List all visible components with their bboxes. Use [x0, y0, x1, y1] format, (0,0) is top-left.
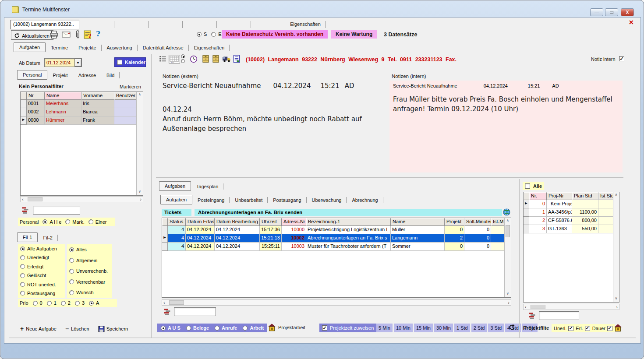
- projects-table-hscrollbar[interactable]: [523, 304, 619, 310]
- projects-search-input[interactable]: [539, 311, 579, 320]
- document-icon[interactable]: [233, 55, 240, 63]
- prio-option[interactable]: 2: [61, 300, 71, 306]
- col-erfasst[interactable]: Datum Erfass: [186, 218, 215, 226]
- tasks-tab2[interactable]: Posteingang: [192, 196, 230, 204]
- eigenschaften-slot[interactable]: Eigenschaften: [285, 20, 326, 29]
- reload-icon[interactable]: [509, 324, 515, 331]
- notes-tasks-divider[interactable]: [156, 177, 623, 178]
- col-bearbeitet[interactable]: Datum Bearbeitung: [215, 218, 260, 226]
- radio-s[interactable]: S: [197, 32, 207, 37]
- close-button[interactable]: X: [621, 8, 634, 16]
- records-icon[interactable]: [21, 207, 29, 215]
- prio-option[interactable]: 1: [47, 300, 57, 306]
- time-button[interactable]: 15 Min: [414, 324, 433, 332]
- col-vorname[interactable]: Vorname: [81, 92, 114, 100]
- notes-question-icon[interactable]: ?: [84, 30, 92, 39]
- col-status[interactable]: Status: [168, 218, 186, 226]
- new-task-button[interactable]: +Neue Aufgabe: [20, 325, 57, 332]
- projektfilter-checkbox[interactable]: [585, 326, 590, 331]
- personal-table-hscrollbar[interactable]: [20, 196, 143, 202]
- project-row[interactable]: ► 0 _Kein Proje: [524, 200, 619, 208]
- projektfilter-option[interactable]: Dauer: [592, 326, 612, 331]
- close-view-icon[interactable]: ✕: [629, 19, 634, 26]
- prio-option[interactable]: 0: [33, 300, 42, 306]
- planner-mode-2[interactable]: [181, 59, 185, 63]
- tasks-table-vscrollbar[interactable]: [504, 218, 511, 297]
- time-button[interactable]: 3 Std: [488, 324, 504, 332]
- filter2-option[interactable]: Unverrechenb.: [69, 268, 110, 274]
- alle-checkbox[interactable]: [525, 183, 530, 189]
- tasks-tab2[interactable]: Abrechnung: [347, 196, 383, 204]
- col-plan-std[interactable]: Plan Std: [572, 192, 598, 200]
- ab-datum-field[interactable]: 01.12.2024 ▼: [44, 58, 82, 67]
- task-row[interactable]: ► 4 04.12.2024 04.12.2024 15:25:11 10003…: [162, 243, 511, 251]
- save-button[interactable]: Speichern: [98, 326, 128, 332]
- col-projekt[interactable]: Projekt: [445, 218, 464, 226]
- filter1-option[interactable]: Unerledigt: [20, 255, 63, 260]
- personal-row[interactable]: ► 0001 Meierhans Iris: [21, 100, 143, 108]
- records-icon[interactable]: [528, 312, 536, 320]
- left-tab[interactable]: Adresse: [73, 71, 101, 80]
- tasks-tab2[interactable]: Unbearbeitet: [230, 196, 268, 204]
- filter1-option[interactable]: ROT unerled.: [20, 282, 63, 287]
- projektfilter-option[interactable]: Unerl.: [554, 326, 573, 331]
- filter2-option[interactable]: Alles: [69, 247, 110, 252]
- project-row[interactable]: ► 3 GT-1363 550,00: [524, 225, 619, 233]
- tasks-table-hscrollbar[interactable]: [162, 299, 511, 306]
- empty-address-slot[interactable]: [149, 20, 183, 29]
- kalender-checkbox[interactable]: [117, 60, 122, 65]
- tasks-tab2[interactable]: Aufgaben: [160, 195, 192, 204]
- left-tab[interactable]: Personal: [17, 70, 47, 80]
- project-row[interactable]: ► 1 AA-3456/p1 1100,00: [524, 208, 619, 217]
- mode-option[interactable]: A U S: [161, 325, 180, 331]
- ab-datum-dropdown-icon[interactable]: ▼: [74, 59, 81, 67]
- radio-e[interactable]: E: [211, 32, 221, 37]
- main-tab[interactable]: Datenblatt Adresse: [138, 43, 189, 52]
- tasks-tab2[interactable]: Überwachung: [307, 196, 347, 204]
- archive-icon[interactable]: [212, 55, 219, 63]
- house-icon[interactable]: [268, 323, 276, 332]
- print-icon[interactable]: [50, 30, 58, 39]
- mode-option[interactable]: Anrufe: [215, 325, 237, 331]
- personal-search-input[interactable]: [33, 206, 80, 215]
- tasks-tab2[interactable]: Postausgang: [268, 196, 306, 204]
- col-ist-std[interactable]: Ist Std: [598, 192, 614, 200]
- col-bezeichnung[interactable]: Bezeichnung-1: [306, 218, 391, 226]
- col-name[interactable]: Name: [391, 218, 445, 226]
- projektfilter-checkbox[interactable]: [607, 326, 612, 331]
- planner-mode-1[interactable]: [181, 54, 185, 58]
- left-center-divider[interactable]: [151, 54, 152, 338]
- maximize-button[interactable]: [605, 8, 618, 16]
- truck-icon[interactable]: [222, 56, 231, 63]
- notizen-extern-area[interactable]: Service-Bericht Neuaufnahme 04.12.2024 1…: [163, 82, 384, 172]
- projects-table-vscrollbar[interactable]: [613, 192, 619, 302]
- empty-address-slot[interactable]: [183, 20, 217, 29]
- projektfilter-option[interactable]: Erl.: [576, 326, 590, 331]
- email-icon[interactable]: [62, 31, 71, 38]
- globe-icon[interactable]: [503, 208, 510, 216]
- col-soll[interactable]: Soll-Minuten: [464, 218, 491, 226]
- kalender-button[interactable]: Kalender: [114, 57, 146, 67]
- main-tab[interactable]: Aufgaben: [14, 42, 46, 52]
- filter1-option[interactable]: Erledigt: [20, 264, 63, 269]
- personal-option[interactable]: Mark.: [65, 219, 85, 225]
- markieren-link[interactable]: Markieren: [120, 84, 141, 89]
- project-row[interactable]: ► 2 CF-55876.6 800,00: [524, 217, 619, 225]
- records-icon[interactable]: [163, 308, 171, 316]
- col-adressnr[interactable]: Adress-Nr: [282, 218, 306, 226]
- filter2-option[interactable]: Wunsch: [69, 290, 110, 295]
- refresh-button[interactable]: Aktualisieren: [11, 30, 53, 40]
- planner-grid-icon[interactable]: xyz: [169, 55, 180, 63]
- personal-row[interactable]: ► 0002 Lehmann Bianca: [21, 108, 143, 116]
- filter1-option[interactable]: Alle Aufgaben: [20, 246, 63, 251]
- personal-option[interactable]: A l l e: [42, 219, 61, 225]
- time-button[interactable]: 30 Min: [434, 324, 453, 332]
- main-tab[interactable]: Auswertung: [102, 43, 138, 52]
- personal-row[interactable]: ► 0000 Hümmer Frank: [21, 116, 143, 125]
- time-button[interactable]: 1 Std: [454, 324, 470, 332]
- left-tab[interactable]: Bild: [101, 71, 120, 80]
- filter1-option[interactable]: Gelöscht: [20, 273, 63, 278]
- personal-table-vscrollbar[interactable]: [136, 92, 143, 195]
- address-tab[interactable]: (10002) Langemann 93222..: [10, 20, 79, 29]
- tasks-search-input[interactable]: [174, 307, 216, 316]
